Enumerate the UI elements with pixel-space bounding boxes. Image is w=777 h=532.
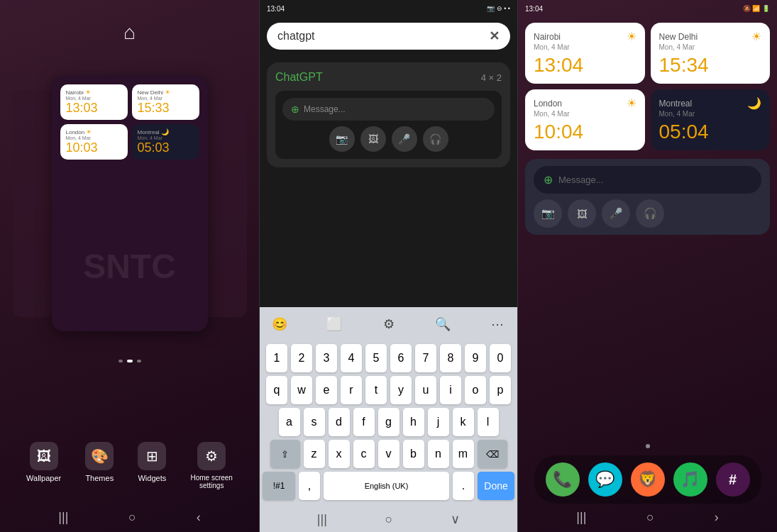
key-m[interactable]: m: [453, 440, 474, 468]
clock-montreal: Montreal 🌙 Mon, 4 Mar 05:03: [132, 124, 199, 160]
chatgpt-image-btn[interactable]: 🖼: [360, 126, 386, 152]
key-done[interactable]: Done: [478, 472, 514, 500]
key-s[interactable]: s: [304, 408, 325, 436]
key-special[interactable]: !#1: [263, 472, 295, 500]
search-input[interactable]: [277, 30, 483, 43]
dot-3: [137, 360, 141, 362]
key-c[interactable]: c: [353, 440, 375, 468]
key-r[interactable]: r: [341, 376, 362, 404]
key-g[interactable]: g: [378, 408, 399, 436]
key-shift[interactable]: ⇧: [270, 440, 300, 468]
p3-actions: 📷 🖼 🎤 🎧: [534, 199, 761, 228]
p3-montreal-city: Montreal: [659, 99, 693, 109]
app-brave[interactable]: 🦁: [631, 462, 665, 497]
key-5[interactable]: 5: [365, 344, 387, 372]
p3-nairobi-time: 13:04: [534, 54, 637, 77]
nav2-back[interactable]: ∨: [451, 511, 460, 527]
app-chat[interactable]: 💬: [588, 462, 622, 497]
key-6[interactable]: 6: [390, 344, 412, 372]
key-1[interactable]: 1: [266, 344, 287, 372]
menu-wallpaper[interactable]: 🖼 Wallpaper: [26, 442, 61, 489]
nav-back[interactable]: ‹: [197, 510, 201, 525]
p3-mic-btn[interactable]: 🎤: [602, 199, 630, 228]
key-0[interactable]: 0: [490, 344, 511, 372]
app-spotify[interactable]: 🎵: [673, 462, 707, 497]
key-9[interactable]: 9: [465, 344, 486, 372]
key-y[interactable]: y: [390, 376, 412, 404]
key-d[interactable]: d: [329, 408, 350, 436]
key-p[interactable]: p: [490, 376, 511, 404]
chatgpt-headphone-btn[interactable]: 🎧: [423, 126, 448, 152]
key-period[interactable]: .: [453, 472, 474, 500]
clock-nairobi: Nairobi ☀ Mon, 4 Mar 13:03: [60, 84, 128, 120]
key-2[interactable]: 2: [291, 344, 312, 372]
p3-image-btn[interactable]: 🖼: [568, 199, 596, 228]
key-4[interactable]: 4: [341, 344, 362, 372]
key-f[interactable]: f: [353, 408, 375, 436]
status-icons-2: 📷 ⊖ • •: [487, 5, 510, 12]
key-e[interactable]: e: [316, 376, 337, 404]
key-b[interactable]: b: [403, 440, 424, 468]
key-k[interactable]: k: [453, 408, 474, 436]
london-date: Mon, 4 Mar: [66, 135, 122, 140]
key-space[interactable]: English (UK): [324, 472, 449, 500]
settings-toolbar-btn[interactable]: ⚙: [376, 311, 402, 337]
app-slack[interactable]: #: [716, 462, 750, 497]
p3-msg-bar[interactable]: ⊕ Message...: [534, 166, 761, 194]
key-o[interactable]: o: [465, 376, 486, 404]
nav-bar-3: ||| ○ ›: [518, 510, 777, 525]
sticker-toolbar-btn[interactable]: ⬜: [321, 311, 347, 337]
menu-widgets[interactable]: ⊞ Widgets: [138, 442, 166, 489]
p3-camera-btn[interactable]: 📷: [534, 199, 562, 228]
keyboard-toolbar: 😊 ⬜ ⚙ 🔍 ⋯: [260, 307, 517, 341]
key-w[interactable]: w: [291, 376, 312, 404]
key-comma[interactable]: ,: [299, 472, 320, 500]
widgets-icon: ⊞: [138, 442, 166, 470]
key-backspace[interactable]: ⌫: [478, 440, 507, 468]
key-x[interactable]: x: [329, 440, 350, 468]
menu-homescreen-settings[interactable]: ⚙ Home screensettings: [190, 442, 232, 489]
search-toolbar-btn[interactable]: 🔍: [430, 311, 456, 337]
key-h[interactable]: h: [403, 408, 424, 436]
chatgpt-logo-icon: ⊕: [291, 104, 299, 115]
key-t[interactable]: t: [365, 376, 387, 404]
nav3-home[interactable]: ○: [646, 510, 654, 525]
status-time-3: 13:04: [525, 5, 543, 13]
key-j[interactable]: j: [428, 408, 449, 436]
nav2-recent[interactable]: |||: [317, 512, 327, 527]
clear-search-button[interactable]: ✕: [489, 28, 500, 44]
chatgpt-mic-btn[interactable]: 🎤: [392, 126, 417, 152]
key-q[interactable]: q: [266, 376, 287, 404]
key-v[interactable]: v: [378, 440, 399, 468]
key-3[interactable]: 3: [316, 344, 337, 372]
widget-result-card: ChatGPT 4 × 2 ⊕ Message... 📷 🖼 🎤 🎧: [267, 62, 510, 167]
nav3-recent[interactable]: |||: [576, 510, 586, 525]
emoji-toolbar-btn[interactable]: 😊: [267, 311, 292, 337]
key-i[interactable]: i: [440, 376, 461, 404]
chatgpt-camera-btn[interactable]: 📷: [329, 126, 355, 152]
key-l[interactable]: l: [478, 408, 499, 436]
nav-recent[interactable]: |||: [58, 510, 68, 525]
nav2-home[interactable]: ○: [385, 512, 393, 527]
more-toolbar-btn[interactable]: ⋯: [485, 311, 510, 337]
key-z[interactable]: z: [304, 440, 325, 468]
wallpaper-label: Wallpaper: [26, 474, 61, 482]
kb-row-numbers: 1 2 3 4 5 6 7 8 9 0: [263, 344, 514, 372]
search-bar[interactable]: ✕: [267, 23, 510, 50]
montreal-date: Mon, 4 Mar: [138, 135, 194, 140]
home-icon: ⌂: [123, 21, 136, 44]
p3-nairobi-date: Mon, 4 Mar: [534, 43, 637, 51]
chatgpt-msg-bar: ⊕ Message...: [282, 98, 495, 121]
p3-london-sun: ☀: [627, 96, 637, 110]
menu-themes[interactable]: 🎨 Themes: [85, 442, 114, 489]
app-phone[interactable]: 📞: [546, 462, 580, 497]
p3-headphone-btn[interactable]: 🎧: [636, 199, 664, 228]
key-a[interactable]: a: [279, 408, 300, 436]
nav-home[interactable]: ○: [128, 510, 136, 525]
key-7[interactable]: 7: [415, 344, 436, 372]
key-u[interactable]: u: [415, 376, 436, 404]
p3-newdelhi-city: New Delhi: [659, 32, 698, 42]
key-8[interactable]: 8: [440, 344, 461, 372]
key-n[interactable]: n: [428, 440, 449, 468]
nav3-back[interactable]: ›: [715, 510, 719, 525]
